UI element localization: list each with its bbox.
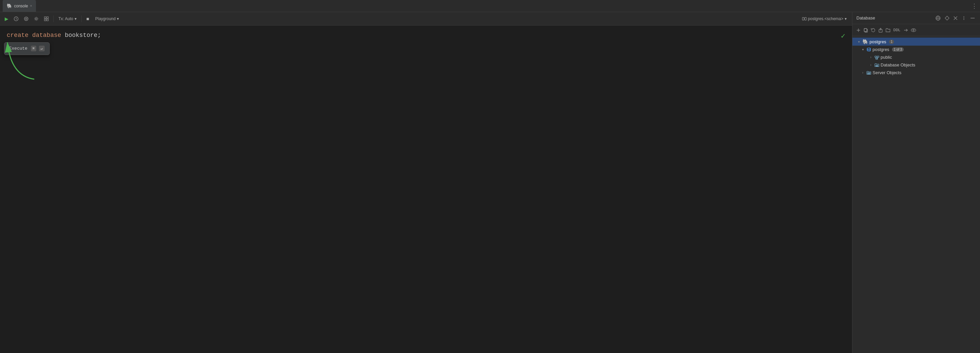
tree-label-postgres-db: postgres (873, 47, 889, 52)
refresh-button[interactable] (870, 27, 877, 33)
tx-dropdown[interactable]: Tx: Auto ▾ (56, 15, 79, 22)
db-name-value: bookstore; (65, 31, 101, 40)
restore-icon (24, 16, 29, 21)
svg-rect-38 (868, 73, 870, 73)
svg-rect-7 (47, 19, 48, 21)
schema-icon (875, 55, 879, 60)
tree-label-server-objects: Server Objects (873, 70, 901, 75)
postgres-db-badge: 1 of 3 (892, 47, 904, 52)
execute-tooltip-container: Execute ⌘ ↵ (4, 42, 50, 55)
schema-link-icon (802, 16, 807, 21)
elephant-icon: 🐘 (862, 39, 868, 44)
console-tab[interactable]: 🐘 console × (3, 0, 36, 12)
folder-server-icon (867, 70, 871, 75)
success-checkmark: ✓ (841, 31, 845, 42)
code-line-1: create database bookstore; (7, 31, 845, 40)
minimize-panel-button[interactable] (969, 16, 976, 20)
export-icon (878, 28, 883, 33)
history-icon (14, 16, 19, 21)
svg-rect-32 (875, 56, 877, 57)
gear-icon (34, 16, 39, 21)
tree-item-public[interactable]: › public (853, 53, 980, 61)
database-title: Database (856, 16, 934, 21)
ddl-button[interactable]: DDL (892, 27, 902, 33)
svg-point-31 (867, 47, 870, 49)
plus-icon (856, 28, 861, 33)
chevron-right-icon-serverobj: › (861, 71, 865, 74)
schema-label: postgres.<schema> (808, 16, 843, 21)
database-panel: Database (853, 12, 980, 353)
tree-item-postgres-root[interactable]: ▾ 🐘 postgres 1 (853, 38, 980, 46)
execute-shortcut: ⌘ ↵ (31, 45, 45, 52)
svg-rect-4 (45, 17, 46, 19)
globe-button[interactable] (934, 14, 942, 22)
svg-point-1 (24, 17, 28, 21)
tab-bar: 🐘 console × ⋮ (0, 0, 980, 12)
diamond-button[interactable] (944, 15, 950, 22)
svg-rect-5 (47, 17, 48, 19)
keyword-create: crea (7, 31, 21, 40)
keyword-database: database (32, 31, 61, 40)
tree-item-server-objects[interactable]: › Server Objects (853, 69, 980, 76)
globe-icon (935, 16, 941, 21)
more-vert-icon (961, 16, 966, 21)
main-layout: ▶ (0, 12, 980, 353)
arrow-right-icon (904, 28, 908, 33)
playground-label: Playground (95, 16, 116, 21)
grid-button[interactable] (42, 15, 51, 22)
stop-button[interactable]: ■ (84, 15, 91, 23)
tab-menu-button[interactable]: ⋮ (971, 2, 977, 10)
navigate-button[interactable] (902, 27, 909, 33)
svg-rect-9 (805, 17, 807, 20)
refresh-icon (871, 28, 875, 33)
svg-rect-39 (868, 73, 870, 74)
export-button[interactable] (877, 27, 884, 33)
svg-point-37 (876, 65, 878, 66)
history-button[interactable] (12, 15, 21, 22)
cmd-key: ⌘ (31, 46, 37, 51)
svg-point-30 (913, 30, 914, 31)
restore-button[interactable] (22, 15, 30, 22)
playground-dropdown[interactable]: Playground ▾ (93, 15, 122, 22)
svg-point-19 (964, 17, 964, 18)
tree-item-database-objects[interactable]: › Database Objects (853, 61, 980, 69)
chevron-down-icon: ▾ (856, 40, 861, 44)
minimize-icon (970, 17, 975, 19)
tree-label-public: public (881, 55, 892, 60)
folder-icon (886, 28, 890, 33)
tab-close-button[interactable]: × (30, 4, 32, 8)
run-button[interactable]: ▶ (3, 15, 10, 23)
svg-rect-25 (864, 28, 867, 32)
database-header-actions (934, 14, 976, 22)
svg-marker-15 (945, 16, 949, 20)
svg-point-29 (911, 28, 916, 32)
close-panel-button[interactable] (953, 15, 959, 21)
settings-button[interactable] (32, 15, 41, 22)
view-button[interactable] (910, 27, 917, 33)
playground-chevron-icon: ▾ (117, 16, 119, 21)
postgres-root-badge: 1 (889, 40, 894, 44)
svg-point-3 (36, 18, 37, 19)
database-icon (867, 47, 871, 52)
toolbar-sep-1 (53, 16, 54, 22)
tree-label-postgres-root: postgres (870, 39, 886, 44)
panel-menu-button[interactable] (961, 15, 967, 22)
diamond-icon (945, 16, 950, 21)
svg-point-20 (964, 19, 964, 19)
tree-item-postgres-db[interactable]: ▾ postgres 1 of 3 (853, 46, 980, 53)
execute-label: Execute (9, 45, 27, 52)
add-button[interactable] (855, 27, 862, 33)
editor-area[interactable]: create database bookstore; (0, 25, 852, 353)
copy-button[interactable] (862, 27, 869, 33)
tab-label: console (14, 4, 28, 8)
execute-tooltip: Execute ⌘ ↵ (4, 42, 50, 55)
folder-button[interactable] (885, 27, 891, 33)
eye-icon (911, 28, 916, 33)
chevron-right-icon-public: › (869, 55, 873, 59)
chevron-down-icon-db: ▾ (861, 47, 865, 51)
grid-icon (44, 16, 49, 21)
schema-dropdown[interactable]: postgres.<schema> ▾ (799, 15, 850, 22)
chevron-right-icon-dbobj: › (869, 63, 873, 67)
editor-panel: ▶ (0, 12, 853, 353)
svg-rect-33 (877, 56, 879, 57)
